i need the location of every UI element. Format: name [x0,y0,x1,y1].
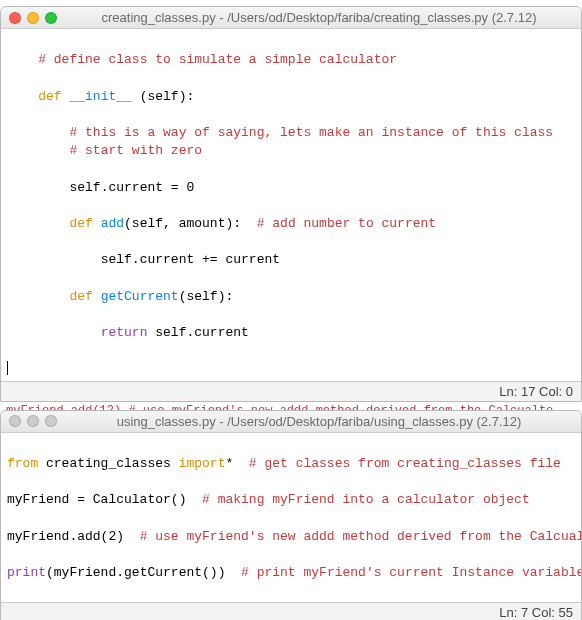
code-text: self.current += current [101,252,280,267]
func-getCurrent: getCurrent [101,289,179,304]
comment: # use myFriend's new addd method derived… [140,529,581,544]
status-bar-2: Ln: 7 Col: 55 [1,602,581,620]
keyword-import: import [179,456,226,471]
text-cursor [7,361,8,375]
keyword-def: def [69,289,100,304]
code-editor-1[interactable]: # define class to simulate a simple calc… [1,29,581,381]
partial-line-peek: myFriend.add(12) # use myFriend's new ad… [0,404,582,410]
status-bar-1: Ln: 17 Col: 0 [1,381,581,401]
traffic-lights [9,12,57,24]
zoom-icon[interactable] [45,415,57,427]
keyword-def: def [38,89,69,104]
comment: # print myFriend's current Instance vari… [241,565,581,580]
code-text: (self): [179,289,234,304]
close-icon[interactable] [9,415,21,427]
module-name: creating_classes [46,456,179,471]
code-text: self.current = 0 [69,180,194,195]
comment: # start with zero [69,143,202,158]
minimize-icon[interactable] [27,12,39,24]
code-text: self.current [155,325,249,340]
window-creating-classes: creating_classes.py - /Users/od/Desktop/… [0,6,582,402]
func-add: add [101,216,124,231]
comment: # making myFriend into a calculator obje… [202,492,530,507]
traffic-lights [9,415,57,427]
func-init: __init__ [69,89,131,104]
keyword-def: def [69,216,100,231]
zoom-icon[interactable] [45,12,57,24]
titlebar-1[interactable]: creating_classes.py - /Users/od/Desktop/… [1,7,581,29]
code-text: (myFriend.getCurrent()) [46,565,241,580]
window-title: using_classes.py - /Users/od/Desktop/far… [65,414,573,429]
keyword-from: from [7,456,46,471]
code-text: (self, amount): [124,216,257,231]
titlebar-2[interactable]: using_classes.py - /Users/od/Desktop/far… [1,411,581,433]
comment: # define class to simulate a simple calc… [38,52,397,67]
comment: # this is a way of saying, lets make an … [69,125,553,140]
close-icon[interactable] [9,12,21,24]
builtin-print: print [7,565,46,580]
minimize-icon[interactable] [27,415,39,427]
code-editor-2[interactable]: from creating_classes import* # get clas… [1,433,581,603]
code-text: myFriend = Calculator() [7,492,202,507]
star: * [225,456,248,471]
code-text: myFriend.add(2) [7,529,140,544]
keyword-return: return [101,325,156,340]
comment: # add number to current [257,216,436,231]
comment: # get classes from creating_classes file [249,456,561,471]
code-text: (self): [132,89,194,104]
window-title: creating_classes.py - /Users/od/Desktop/… [65,10,573,25]
window-using-classes: using_classes.py - /Users/od/Desktop/far… [0,410,582,620]
